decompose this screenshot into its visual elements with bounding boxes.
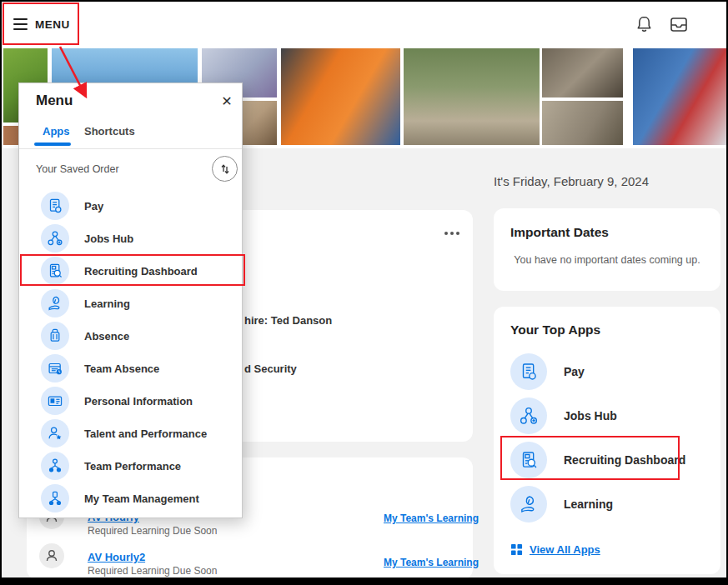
reorder-button[interactable]: [212, 156, 238, 182]
banner-photo-conveyor: [542, 101, 623, 145]
inbox-button[interactable]: [669, 15, 689, 33]
menu-button[interactable]: MENU: [13, 13, 73, 35]
top-app-learning[interactable]: Learning: [510, 485, 704, 523]
top-app-label: Jobs Hub: [564, 409, 617, 422]
menu-item-team-performance[interactable]: Team Performance: [19, 450, 242, 482]
pay-icon: [41, 192, 69, 220]
saved-order-label: Your Saved Order: [36, 163, 119, 175]
learning-icon: [41, 289, 69, 318]
close-icon[interactable]: ✕: [218, 92, 236, 110]
top-app-label: Recruiting Dashboard: [564, 453, 685, 467]
menu-panel-title: Menu: [36, 92, 73, 109]
menu-item-absence[interactable]: Absence: [19, 320, 242, 352]
divider: [19, 148, 242, 149]
personal-information-icon: [41, 387, 69, 415]
top-apps-card: Your Top Apps Pay Jobs Hub: [494, 307, 720, 574]
bottom-bar: [2, 578, 726, 585]
greeting-date: It's Friday, February 9, 2024: [494, 174, 649, 188]
more-menu-icon[interactable]: [444, 232, 459, 235]
menu-item-jobs-hub[interactable]: Jobs Hub: [19, 222, 242, 254]
app-window: MENU MEDLINE 135 124: [0, 0, 728, 585]
status-text-fragment-security: d Security: [244, 362, 297, 375]
menu-panel: Menu ✕ Apps Shortcuts Your Saved Order P…: [18, 82, 243, 518]
top-app-label: Learning: [564, 498, 613, 511]
menu-item-pay[interactable]: Pay: [19, 190, 242, 222]
my-teams-learning-link[interactable]: My Team's Learning: [384, 512, 479, 524]
absence-icon: [41, 322, 69, 350]
notifications-button[interactable]: [635, 15, 653, 33]
menu-item-talent-and-performance[interactable]: Talent and Performance: [19, 418, 242, 449]
important-dates-card: Important Dates You have no important da…: [494, 208, 720, 291]
active-tab-indicator: [34, 142, 71, 146]
apps-grid-icon: [510, 543, 523, 556]
bell-icon: [635, 15, 653, 33]
learning-due-label: Required Learning Due Soon: [88, 525, 217, 537]
menu-item-team-absence[interactable]: Team Absence: [19, 352, 242, 384]
menu-item-my-team-management[interactable]: My Team Management: [19, 482, 242, 514]
learning-icon: [510, 486, 547, 522]
pay-icon: [510, 353, 547, 390]
important-dates-empty-message: You have no important dates coming up.: [494, 254, 720, 266]
tab-shortcuts[interactable]: Shortcuts: [84, 125, 135, 138]
top-app-recruiting-dashboard[interactable]: Recruiting Dashboard: [510, 441, 704, 479]
learning-due-label: Required Learning Due Soon: [88, 565, 217, 577]
hamburger-icon: [13, 18, 28, 31]
employee-link[interactable]: AV Hourly2: [88, 551, 145, 563]
menu-item-personal-information[interactable]: Personal Information: [19, 385, 242, 417]
menu-item-learning[interactable]: Learning: [19, 288, 242, 319]
view-all-apps-link[interactable]: View All Apps: [510, 543, 600, 556]
banner-photo-group: [404, 48, 540, 145]
top-app-label: Pay: [564, 365, 585, 378]
person-icon: [44, 548, 59, 563]
recruiting-dashboard-icon: [41, 257, 69, 285]
employee-avatar: [39, 543, 64, 568]
team-performance-icon: [41, 452, 69, 480]
top-bar: [2, 2, 726, 46]
talent-performance-icon: [41, 419, 69, 448]
top-apps-title: Your Top Apps: [510, 322, 600, 338]
recruiting-dashboard-icon: [510, 442, 547, 478]
team-absence-icon: [41, 354, 69, 382]
my-teams-learning-link[interactable]: My Team's Learning: [384, 557, 479, 568]
tab-apps[interactable]: Apps: [43, 125, 70, 138]
top-app-pay[interactable]: Pay: [510, 352, 704, 391]
my-team-management-icon: [41, 484, 69, 512]
menu-item-recruiting-dashboard[interactable]: Recruiting Dashboard: [19, 255, 242, 287]
inbox-icon: [669, 15, 689, 33]
status-text-fragment-hire: hire: Ted Danson: [244, 314, 332, 327]
jobs-hub-icon: [41, 224, 69, 252]
important-dates-title: Important Dates: [510, 225, 609, 240]
top-app-jobs-hub[interactable]: Jobs Hub: [510, 397, 704, 435]
banner-photo-warehouse-workers: [281, 48, 400, 145]
banner-photo-forklift: [542, 48, 623, 98]
banner-photo-lab: [633, 48, 728, 145]
sort-arrows-icon: [219, 163, 231, 175]
menu-button-label: MENU: [35, 18, 70, 31]
jobs-hub-icon: [510, 398, 547, 434]
